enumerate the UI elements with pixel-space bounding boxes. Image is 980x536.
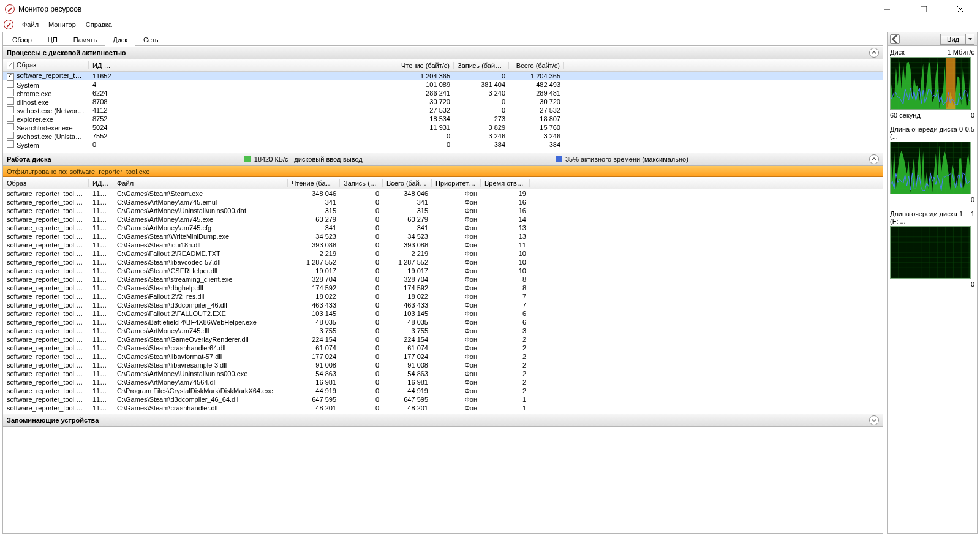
collapse-icon[interactable] — [869, 154, 879, 164]
col-write[interactable]: Запись (байт/с) — [454, 62, 509, 69]
process-row[interactable]: software_reporter_tool.exe116521 204 365… — [3, 72, 883, 80]
activity-row[interactable]: software_reporter_tool.exe11652C:\Games\… — [3, 344, 883, 352]
tab-cpu[interactable]: ЦП — [40, 34, 66, 46]
activity-rows[interactable]: software_reporter_tool.exe11652C:\Games\… — [3, 189, 883, 413]
col-priority[interactable]: Приоритет вв... — [432, 179, 481, 187]
disk-activity-header[interactable]: Работа диска 18420 КБ/с - дисковый ввод-… — [3, 153, 883, 166]
col-image[interactable]: Образ — [3, 179, 89, 187]
activity-row[interactable]: software_reporter_tool.exe11652C:\Games\… — [3, 301, 883, 309]
collapse-icon[interactable] — [869, 48, 879, 58]
col-response[interactable]: Время ответа (... — [481, 179, 530, 187]
processes-rows[interactable]: software_reporter_tool.exe116521 204 365… — [3, 72, 883, 153]
activity-row[interactable]: software_reporter_tool.exe11652C:\Games\… — [3, 369, 883, 378]
activity-row[interactable]: software_reporter_tool.exe11652C:\Games\… — [3, 258, 883, 266]
chart: Диск1 Мбит/с60 секунд0 — [888, 46, 977, 123]
process-row[interactable]: System4101 089381 404482 493 — [3, 80, 883, 89]
tab-overview[interactable]: Обзор — [4, 34, 40, 46]
process-row[interactable]: svchost.exe (NetworkService)411227 53202… — [3, 106, 883, 115]
col-read[interactable]: Чтение (байт/с) — [288, 179, 340, 187]
menu-help[interactable]: Справка — [82, 20, 116, 29]
activity-row[interactable]: software_reporter_tool.exe11652C:\Games\… — [3, 309, 883, 318]
activity-row[interactable]: software_reporter_tool.exe11652C:\Games\… — [3, 335, 883, 344]
activity-columns: Образ ИД п... Файл Чтение (байт/с) Запис… — [3, 177, 883, 189]
panel-processes: Процессы с дисковой активностью Образ ИД… — [3, 46, 883, 153]
close-button[interactable] — [948, 2, 973, 17]
col-write[interactable]: Запись (байт/с) — [340, 179, 383, 187]
row-checkbox[interactable] — [7, 132, 14, 139]
row-checkbox[interactable] — [7, 115, 14, 122]
activity-row[interactable]: software_reporter_tool.exe11652C:\Games\… — [3, 224, 883, 232]
charts-sidebar: Вид Диск1 Мбит/с60 секунд0Длина очереди … — [887, 32, 978, 534]
maximize-button[interactable] — [911, 2, 936, 17]
menu-file[interactable]: Файл — [18, 20, 42, 29]
col-pid[interactable]: ИД п... — [89, 62, 116, 69]
menubar: Файл Монитор Справка — [0, 18, 980, 31]
col-total[interactable]: Всего (байт/с) — [383, 179, 432, 187]
activity-row[interactable]: software_reporter_tool.exe11652C:\Games\… — [3, 395, 883, 404]
activity-row[interactable]: software_reporter_tool.exe11652C:\Games\… — [3, 241, 883, 249]
activity-row[interactable]: software_reporter_tool.exe11652C:\Games\… — [3, 412, 883, 413]
storage-header[interactable]: Запоминающие устройства — [3, 413, 883, 427]
process-row[interactable]: dllhost.exe870830 720030 720 — [3, 97, 883, 106]
tab-memory[interactable]: Память — [66, 34, 105, 46]
processes-header[interactable]: Процессы с дисковой активностью — [3, 46, 883, 59]
process-row[interactable]: svchost.exe (UnistackSvcGro...755203 246… — [3, 132, 883, 140]
row-checkbox[interactable] — [7, 123, 14, 130]
row-checkbox[interactable] — [7, 80, 14, 88]
window-title: Монитор ресурсов — [18, 5, 875, 13]
row-checkbox[interactable] — [7, 106, 14, 113]
activity-row[interactable]: software_reporter_tool.exe11652C:\Progra… — [3, 387, 883, 395]
dropdown-arrow-icon — [965, 34, 974, 44]
view-dropdown[interactable]: Вид — [940, 34, 974, 45]
expand-icon[interactable] — [869, 415, 879, 425]
tab-disk[interactable]: Диск — [105, 34, 135, 46]
activity-row[interactable]: software_reporter_tool.exe11652C:\Games\… — [3, 327, 883, 335]
row-checkbox[interactable] — [7, 73, 14, 80]
col-pid[interactable]: ИД п... — [89, 179, 113, 187]
activity-row[interactable]: software_reporter_tool.exe11652C:\Games\… — [3, 232, 883, 241]
activity-row[interactable]: software_reporter_tool.exe11652C:\Games\… — [3, 361, 883, 369]
sidebar-expand-button[interactable] — [890, 34, 900, 44]
activity-row[interactable]: software_reporter_tool.exe11652C:\Games\… — [3, 292, 883, 301]
activity-row[interactable]: software_reporter_tool.exe11652C:\Games\… — [3, 198, 883, 206]
menu-monitor[interactable]: Монитор — [45, 20, 80, 29]
col-image[interactable]: Образ — [3, 61, 89, 70]
process-row[interactable]: chrome.exe6224286 2413 240289 481 — [3, 89, 883, 97]
row-checkbox[interactable] — [7, 97, 14, 105]
app-menu-icon — [4, 20, 13, 29]
tab-network[interactable]: Сеть — [135, 34, 166, 46]
process-row[interactable]: explorer.exe875218 53427318 807 — [3, 115, 883, 123]
io-indicator-icon — [244, 156, 251, 162]
svg-rect-1 — [921, 6, 927, 12]
col-read[interactable]: Чтение (байт/с) — [396, 62, 454, 69]
tabstrip: Обзор ЦП Память Диск Сеть — [3, 32, 883, 46]
minimize-button[interactable] — [875, 2, 899, 17]
chart: Длина очереди диска 0 (...0.50 — [888, 123, 977, 208]
active-time-indicator-icon — [556, 156, 562, 162]
activity-row[interactable]: software_reporter_tool.exe11652C:\Games\… — [3, 206, 883, 215]
processes-columns: Образ ИД п... Чтение (байт/с) Запись (ба… — [3, 59, 883, 72]
header-checkbox[interactable] — [7, 62, 14, 69]
row-checkbox[interactable] — [7, 140, 14, 148]
panel-storage: Запоминающие устройства — [3, 413, 883, 533]
activity-row[interactable]: software_reporter_tool.exe11652C:\Games\… — [3, 275, 883, 284]
process-row[interactable]: SearchIndexer.exe502411 9313 82915 760 — [3, 123, 883, 132]
titlebar: Монитор ресурсов — [0, 0, 980, 18]
activity-row[interactable]: software_reporter_tool.exe11652C:\Games\… — [3, 352, 883, 361]
app-icon — [5, 4, 15, 14]
activity-row[interactable]: software_reporter_tool.exe11652C:\Games\… — [3, 404, 883, 412]
activity-row[interactable]: software_reporter_tool.exe11652C:\Games\… — [3, 215, 883, 224]
panel-disk-activity: Работа диска 18420 КБ/с - дисковый ввод-… — [3, 153, 883, 413]
activity-row[interactable]: software_reporter_tool.exe11652C:\Games\… — [3, 378, 883, 387]
filter-bar: Отфильтровано по: software_reporter_tool… — [3, 166, 883, 177]
row-checkbox[interactable] — [7, 89, 14, 96]
chart: Длина очереди диска 1 (F: ...10 — [888, 208, 977, 292]
col-file[interactable]: Файл — [113, 179, 288, 187]
activity-row[interactable]: software_reporter_tool.exe11652C:\Games\… — [3, 189, 883, 198]
process-row[interactable]: System00384384 — [3, 140, 883, 149]
col-total[interactable]: Всего (байт/с) — [509, 62, 564, 69]
activity-row[interactable]: software_reporter_tool.exe11652C:\Games\… — [3, 266, 883, 275]
activity-row[interactable]: software_reporter_tool.exe11652C:\Games\… — [3, 284, 883, 292]
activity-row[interactable]: software_reporter_tool.exe11652C:\Games\… — [3, 249, 883, 258]
activity-row[interactable]: software_reporter_tool.exe11652C:\Games\… — [3, 318, 883, 327]
